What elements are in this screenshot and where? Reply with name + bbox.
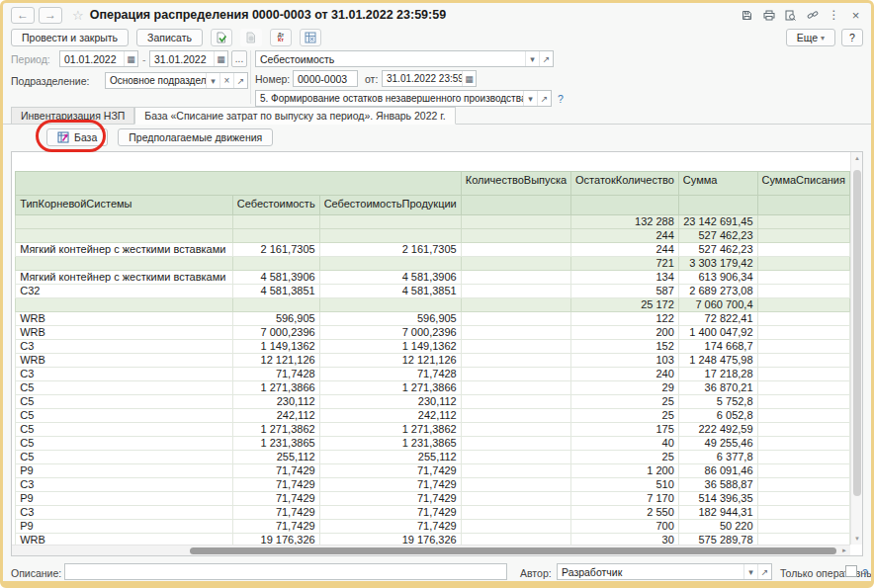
column-header-sum[interactable]: Сумма bbox=[678, 172, 757, 196]
period-more-button[interactable]: ... bbox=[231, 50, 247, 67]
column-header-cost-prod[interactable]: СебестоимостьПродукции bbox=[319, 196, 461, 215]
period-to-field[interactable]: 31.01.2022 ▦ bbox=[149, 50, 228, 67]
table-row[interactable]: WRB19 176,32619 176,32630575 289,78 bbox=[12, 534, 850, 546]
table-row[interactable]: C5230,112230,112255 752,8 bbox=[12, 395, 850, 409]
preview-icon[interactable] bbox=[783, 8, 798, 23]
tree-gutter: – bbox=[12, 257, 16, 271]
table-row[interactable]: C51 271,38621 271,3862175222 492,59 bbox=[12, 423, 850, 437]
vertical-scroll-thumb[interactable] bbox=[853, 170, 861, 496]
cell-label: C3 bbox=[16, 478, 233, 492]
column-header-qty-out[interactable]: КоличествоВыпуска bbox=[461, 172, 570, 196]
cell-qty_out bbox=[461, 492, 570, 506]
group-row[interactable]: –244527 462,23 bbox=[12, 229, 850, 243]
table-row[interactable]: P971,742971,742970050 220 bbox=[12, 520, 850, 534]
tab-base-writeoff[interactable]: База «Списание затрат по выпуску за пери… bbox=[134, 107, 455, 125]
operation-stage-combo[interactable]: 5. Формирование остатков незавершенного … bbox=[255, 90, 552, 107]
close-icon[interactable]: × bbox=[848, 8, 863, 23]
print-icon[interactable] bbox=[761, 8, 776, 23]
open-icon[interactable]: ↗ bbox=[233, 73, 247, 88]
favorite-star-icon[interactable]: ☆ bbox=[72, 8, 84, 23]
cell-cost bbox=[232, 257, 319, 271]
cancel-posting-icon[interactable] bbox=[240, 29, 262, 46]
cell-qty_rest: 175 bbox=[571, 423, 679, 437]
table-row[interactable]: WRB12 121,12612 121,1261031 248 475,98 bbox=[12, 354, 850, 368]
cell-sum_off bbox=[757, 229, 849, 243]
chevron-down-icon[interactable]: ▾ bbox=[523, 91, 537, 106]
author-combo[interactable]: Разработчик ▾ ↗ bbox=[557, 563, 772, 580]
group-row[interactable]: –25 1727 060 700,4 bbox=[12, 298, 850, 312]
cell-label: WRB bbox=[16, 312, 233, 326]
scroll-up-icon[interactable]: ▲ bbox=[853, 155, 861, 161]
cell-label: C5 bbox=[16, 451, 233, 464]
cost-field[interactable]: Себестоимость ▾ ↗ bbox=[255, 50, 554, 67]
post-document-icon[interactable] bbox=[211, 29, 232, 46]
scroll-down-icon[interactable]: ▼ bbox=[853, 536, 861, 542]
table-row[interactable]: C5242,112242,112256 052,8 bbox=[12, 409, 850, 423]
description-input[interactable] bbox=[65, 564, 506, 579]
footer-help-link[interactable]: ? bbox=[862, 567, 868, 579]
scroll-right-icon[interactable]: ► bbox=[841, 547, 847, 553]
forward-button[interactable]: → bbox=[39, 7, 62, 24]
table-row[interactable]: C371,742971,742951036 588,87 bbox=[12, 478, 850, 492]
calendar-icon[interactable]: ▦ bbox=[462, 71, 476, 86]
table-row[interactable]: C371,742871,742824017 218,28 bbox=[12, 368, 850, 381]
column-header-type-root[interactable]: ТипКорневойСистемы bbox=[16, 196, 233, 215]
cell-sum: 7 060 700,4 bbox=[678, 298, 757, 312]
link-icon[interactable] bbox=[805, 8, 820, 23]
save-button[interactable]: Записать bbox=[136, 29, 203, 46]
table-row[interactable]: C51 271,38661 271,38662936 870,21 bbox=[12, 381, 850, 395]
table-row[interactable]: C51 231,38651 231,38654049 255,46 bbox=[12, 437, 850, 451]
table-row[interactable]: C5255,112255,112256 377,8 bbox=[12, 451, 850, 464]
open-icon[interactable]: ↗ bbox=[537, 91, 551, 106]
more-vertical-icon[interactable]: ⋮ bbox=[827, 8, 841, 23]
table-row[interactable]: WRB596,905596,90512272 822,41 bbox=[12, 312, 850, 326]
group-row[interactable]: –7213 303 179,42 bbox=[12, 257, 850, 271]
operational-accounting-checkbox[interactable] bbox=[845, 565, 857, 577]
back-button[interactable]: ← bbox=[11, 7, 35, 24]
more-button[interactable]: Еще ▾ bbox=[786, 29, 835, 46]
table-row[interactable]: WRB7 000,23967 000,23962001 400 047,92 bbox=[12, 326, 850, 340]
column-header-cost[interactable]: Себестоимость bbox=[232, 196, 319, 215]
table-row[interactable]: Мягкий контейнер с жесткими вставками2 1… bbox=[12, 243, 850, 257]
expected-movements-button[interactable]: Предполагаемые движения bbox=[118, 128, 273, 146]
tab-inventory-nzp[interactable]: Инвентаризация НЗП bbox=[11, 107, 134, 125]
dt-kt-postings-icon[interactable]: ДтКт bbox=[270, 29, 292, 46]
operation-help-link[interactable]: ? bbox=[558, 93, 564, 105]
cell-sum_off bbox=[757, 534, 849, 546]
calendar-icon[interactable]: ▦ bbox=[214, 51, 227, 66]
table-row[interactable]: P971,742971,74297 170514 396,35 bbox=[12, 492, 850, 506]
department-combo[interactable]: Основное подразделение ▾ × ↗ bbox=[105, 72, 248, 89]
base-button[interactable]: База bbox=[46, 128, 108, 146]
chevron-down-icon[interactable]: ▾ bbox=[525, 51, 539, 66]
calendar-icon[interactable]: ▦ bbox=[124, 51, 137, 66]
cell-cost_prod bbox=[319, 257, 461, 271]
document-date-field[interactable]: 31.01.2022 23:59:59 ▦ bbox=[382, 70, 477, 87]
chevron-down-icon[interactable]: ▾ bbox=[206, 73, 219, 88]
chevron-down-icon[interactable]: ▾ bbox=[743, 564, 757, 579]
table-row[interactable]: С324 581,38514 581,38515872 689 273,08 bbox=[12, 285, 850, 298]
table-row[interactable]: P971,742971,74291 20086 091,46 bbox=[12, 464, 850, 478]
open-icon[interactable]: ↗ bbox=[539, 51, 553, 66]
help-button[interactable]: ? bbox=[841, 29, 863, 46]
column-header-sum-writeoff[interactable]: СуммаСписания bbox=[757, 172, 849, 196]
open-icon[interactable]: ↗ bbox=[757, 564, 771, 579]
cell-label: P9 bbox=[16, 464, 233, 478]
post-and-close-button[interactable]: Провести и закрыть bbox=[11, 29, 129, 46]
description-field[interactable] bbox=[64, 563, 507, 580]
period-from-field[interactable]: 01.01.2022 ▦ bbox=[59, 50, 138, 67]
number-field[interactable]: 0000-0003 bbox=[293, 70, 358, 87]
cell-cost_prod: 2 161,7305 bbox=[319, 243, 461, 257]
table-row[interactable]: Мягкий контейнер с жесткими вставками4 5… bbox=[12, 271, 850, 285]
horizontal-scrollbar[interactable]: ► bbox=[12, 545, 850, 555]
save-icon[interactable] bbox=[740, 8, 754, 23]
table-row[interactable]: C31 149,13621 149,1362152174 668,7 bbox=[12, 340, 850, 354]
clear-icon[interactable]: × bbox=[219, 73, 233, 88]
vertical-scrollbar[interactable]: ▲ ▼ bbox=[850, 152, 862, 545]
cell-sum_off bbox=[757, 437, 849, 451]
horizontal-scroll-thumb[interactable] bbox=[190, 547, 836, 554]
report-structure-icon[interactable] bbox=[300, 29, 321, 46]
group-row[interactable]: –132 28823 142 691,45 bbox=[12, 215, 850, 229]
table-row[interactable]: C371,742971,74292 550182 944,31 bbox=[12, 506, 850, 520]
column-header-qty-rest[interactable]: ОстатокКоличество bbox=[571, 172, 679, 196]
cell-qty_rest: 134 bbox=[571, 271, 679, 285]
